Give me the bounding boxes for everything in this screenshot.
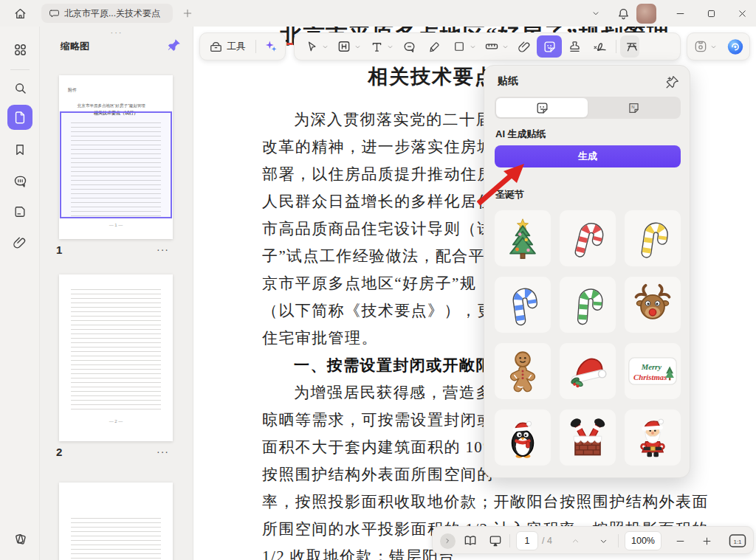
sticker-tab-bar: N: [495, 97, 681, 119]
page-thumbnails-icon: [13, 110, 27, 125]
measure-tool-button[interactable]: [479, 35, 504, 58]
page-layout-button[interactable]: [459, 530, 481, 552]
paperclip-icon: [518, 40, 532, 54]
sidebar-item-apps[interactable]: [7, 37, 32, 62]
zoom-level-input[interactable]: 100%: [625, 531, 662, 550]
titlebar-chevron-button[interactable]: [588, 6, 604, 21]
page-2-more-button[interactable]: ···: [157, 446, 169, 457]
sidebar-item-paperclip[interactable]: [7, 230, 32, 255]
page-thumbnail-3[interactable]: [59, 483, 173, 560]
candy-cane-icon: [566, 216, 610, 260]
ai-assistant-button[interactable]: [263, 35, 279, 58]
candy-cane-icon: [630, 216, 675, 260]
comment-icon: [402, 40, 416, 54]
sticker-tool-button[interactable]: [537, 35, 562, 58]
red-annotation-mark: [286, 43, 293, 45]
new-tab-button[interactable]: [180, 6, 195, 21]
sidebar-item-pages[interactable]: [7, 105, 32, 130]
sidebar-item-bookmarks[interactable]: [7, 137, 32, 162]
clipped-tool-button[interactable]: [620, 35, 639, 58]
select-tool-button[interactable]: [299, 35, 324, 58]
sticker-reindeer[interactable]: [625, 277, 681, 333]
page-1-more-button[interactable]: ···: [157, 243, 169, 255]
minimize-button[interactable]: [669, 4, 691, 22]
thumbnail-panel: ··· 缩略图 附件 北京市平原多点地区“好房子”规划管理 相关技术要点（试行）…: [40, 27, 193, 560]
shape-tool-chevron[interactable]: [469, 35, 478, 58]
previous-page-button[interactable]: [564, 530, 586, 552]
sticker-candy-cane-green[interactable]: [560, 277, 616, 333]
shape-tool-button[interactable]: [447, 35, 472, 58]
text-tool-chevron[interactable]: [386, 35, 395, 58]
sticker-santa-hat[interactable]: [560, 343, 616, 399]
ruler-icon: [484, 39, 499, 54]
note-icon: N: [627, 101, 641, 115]
measure-tool-chevron[interactable]: [501, 35, 510, 58]
actual-size-button[interactable]: 1:1: [726, 530, 749, 552]
minimize-icon: [675, 8, 686, 19]
thumbnail-panel-title: 缩略图: [61, 40, 89, 53]
merry-christmas-icon: Merry Christmas: [628, 354, 677, 388]
chevron-down-icon: [501, 43, 509, 51]
stamp-tool-button[interactable]: [562, 35, 587, 58]
signature-tool-button[interactable]: [587, 35, 612, 58]
sidebar-item-comments[interactable]: [7, 168, 32, 193]
ai-orb-button[interactable]: [727, 35, 743, 58]
next-page-button[interactable]: [592, 530, 614, 552]
sticker-gingerbread-man[interactable]: [495, 343, 551, 399]
thumbtack-icon: [167, 38, 182, 52]
sidebar-item-search[interactable]: [7, 75, 32, 100]
sticker-candy-cane-blue[interactable]: [495, 277, 551, 333]
toolbar-divider: [616, 40, 616, 53]
sticker-panel-pin-button[interactable]: [664, 74, 681, 90]
chevron-right-icon: [443, 536, 452, 545]
chevron-up-icon: [570, 536, 581, 547]
reindeer-icon: [630, 283, 675, 327]
panel-drag-handle[interactable]: ···: [108, 28, 126, 37]
document-tab[interactable]: 北京市平原...关技术要点: [41, 4, 173, 23]
sticker-penguin-santa[interactable]: [495, 409, 551, 466]
home-button[interactable]: [9, 4, 31, 23]
tab-stickers[interactable]: [496, 98, 588, 117]
viewport-indicator[interactable]: [60, 111, 172, 218]
page-number-input[interactable]: 1: [516, 531, 538, 550]
user-avatar[interactable]: [636, 4, 656, 24]
zoom-in-button[interactable]: [695, 530, 718, 552]
title-bar: 北京市平原...关技术要点: [0, 0, 756, 27]
chevron-down-icon: [469, 43, 477, 51]
tab-notes[interactable]: N: [588, 98, 679, 117]
bookmark-icon: [13, 142, 27, 157]
sidebar-item-swatches[interactable]: [7, 525, 32, 550]
toolbox-icon: [209, 40, 223, 54]
heading-tool-button[interactable]: [331, 35, 357, 58]
sticker-candy-cane-yellow[interactable]: [625, 210, 681, 266]
sticker-candy-cane-red[interactable]: [560, 210, 616, 266]
save-button[interactable]: [693, 35, 718, 58]
zoom-out-button[interactable]: [669, 530, 691, 552]
mini-footer: — 2 —: [59, 419, 173, 424]
sticker-santa-claus[interactable]: [625, 409, 681, 466]
santa-hat-icon: [566, 349, 610, 393]
sticker-santa-in-chimney[interactable]: [560, 409, 616, 466]
attachment-tool-button[interactable]: [512, 35, 537, 58]
page-thumbnail-2[interactable]: — 2 —: [59, 274, 173, 441]
comment-tool-button[interactable]: [396, 35, 422, 58]
notifications-button[interactable]: [614, 4, 632, 22]
text-tool-button[interactable]: [364, 35, 389, 58]
sticker-merry-christmas[interactable]: Merry Christmas: [625, 343, 681, 399]
heading-tool-chevron[interactable]: [354, 35, 362, 58]
chevron-down-icon: [354, 43, 362, 51]
sticker-christmas-tree[interactable]: [495, 210, 551, 266]
tools-button[interactable]: 工具: [206, 35, 249, 58]
presentation-mode-button[interactable]: [484, 530, 506, 552]
expand-bar-button[interactable]: [439, 530, 456, 552]
select-tool-chevron[interactable]: [321, 35, 330, 58]
highlighter-tool-button[interactable]: [422, 35, 447, 58]
page-number-2: 2: [56, 446, 62, 458]
close-button[interactable]: [731, 4, 753, 22]
maximize-button[interactable]: [700, 4, 722, 22]
sidebar-item-attachments-doc[interactable]: [7, 199, 32, 224]
pin-icon[interactable]: [167, 38, 182, 52]
home-icon: [13, 7, 27, 21]
gingerbread-man-icon: [501, 349, 545, 393]
sticker-panel: 贴纸 N AI 生成贴纸 生成 圣诞节: [484, 65, 690, 478]
